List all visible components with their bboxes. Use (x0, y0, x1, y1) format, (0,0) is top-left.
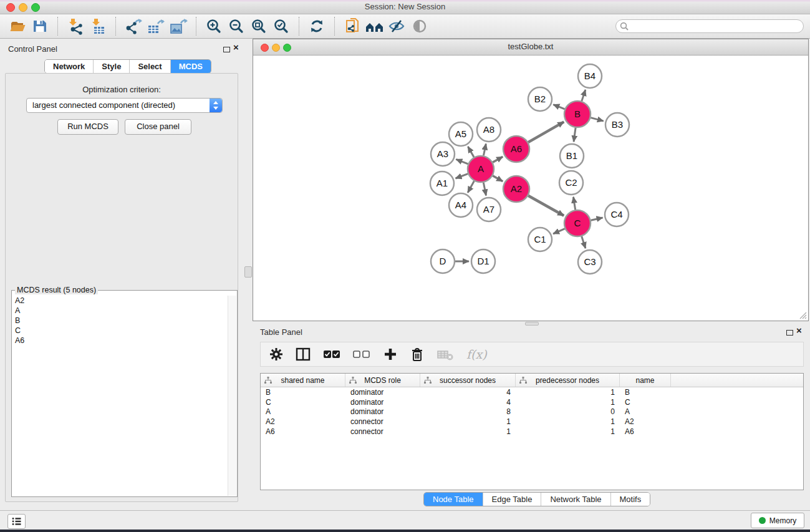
table-cell-mcds_role[interactable]: connector (345, 417, 420, 426)
zoom-window-button[interactable] (31, 3, 40, 12)
zoom-out-button[interactable] (225, 16, 248, 37)
close-panel-icon[interactable]: × (233, 42, 239, 52)
graph-edge-B-B3[interactable] (591, 118, 604, 121)
export-network-button[interactable] (122, 16, 145, 37)
table-cell-mcds_role[interactable]: dominator (345, 398, 420, 407)
table-cell-shared_name[interactable]: B (261, 388, 345, 397)
show-panel-list-button[interactable] (7, 514, 26, 529)
column-header-shared-name[interactable]: shared name (261, 374, 345, 387)
graph-edge-A-A6[interactable] (493, 157, 503, 162)
table-cell-predecessor_nodes[interactable]: 0 (516, 407, 620, 416)
table-options-gear-icon[interactable] (269, 347, 283, 361)
panel-divider-handle[interactable] (244, 266, 252, 278)
refresh-layout-button[interactable] (306, 16, 328, 37)
network-graph[interactable]: B4B2BB3A5A8A6A3AB1A1A2C2A4A7C4CC1C3DD1 (253, 56, 808, 321)
export-image-button[interactable] (167, 16, 190, 37)
table-cell-predecessor_nodes[interactable]: 1 (516, 417, 620, 426)
table-cell-successor_nodes[interactable]: 1 (420, 417, 516, 426)
column-header-name[interactable]: name (620, 374, 671, 387)
tab-style[interactable]: Style (93, 60, 129, 73)
run-mcds-button[interactable]: Run MCDS (57, 119, 118, 135)
criterion-select[interactable]: largest connected component (directed) (26, 98, 223, 113)
tab-network[interactable]: Network (45, 60, 93, 73)
graph-edge-A-A8[interactable] (483, 144, 486, 156)
table-cell-name[interactable]: A (620, 407, 671, 416)
duplicate-network-button[interactable] (341, 16, 364, 37)
tab-select[interactable]: Select (129, 60, 170, 73)
result-list-item[interactable]: A (12, 306, 228, 316)
tab-node-table[interactable]: Node Table (424, 493, 483, 506)
table-cell-successor_nodes[interactable]: 1 (420, 427, 516, 436)
first-neighbors-button[interactable] (364, 16, 386, 37)
graph-edge-A-A7[interactable] (483, 183, 486, 196)
network-zoom-button[interactable] (283, 44, 291, 52)
graph-edge-C-C4[interactable] (591, 218, 602, 220)
graph-edge-A-A5[interactable] (468, 147, 474, 157)
graph-edge-A-A1[interactable] (456, 174, 468, 178)
table-cell-mcds_role[interactable]: connector (345, 427, 420, 436)
open-session-button[interactable] (6, 16, 29, 37)
hide-graphics-details-button[interactable] (386, 16, 408, 37)
save-session-button[interactable] (29, 16, 51, 37)
table-row[interactable]: A6connector11A6 (261, 427, 803, 437)
graph-edge-C-C2[interactable] (573, 197, 575, 210)
table-row[interactable]: Cdominator41C (261, 397, 803, 407)
table-cell-successor_nodes[interactable]: 4 (420, 398, 516, 407)
network-close-button[interactable] (261, 44, 269, 52)
memory-button[interactable]: Memory (751, 513, 804, 528)
table-row[interactable]: A2connector11A2 (261, 417, 803, 427)
graph-edge-A-A4[interactable] (468, 181, 474, 193)
table-cell-name[interactable]: A6 (620, 427, 671, 436)
table-cell-shared_name[interactable]: A6 (261, 427, 345, 436)
import-table-button[interactable] (87, 16, 109, 37)
table-close-icon[interactable]: × (796, 325, 802, 336)
graph-edge-B-B1[interactable] (574, 128, 576, 142)
table-cell-mcds_role[interactable]: dominator (345, 388, 420, 397)
table-cell-shared_name[interactable]: A (261, 407, 345, 416)
minimize-window-button[interactable] (19, 3, 27, 12)
table-cell-shared_name[interactable]: C (261, 398, 345, 407)
tab-network-table[interactable]: Network Table (541, 493, 610, 506)
select-all-icon[interactable] (323, 349, 340, 359)
import-network-button[interactable] (64, 16, 87, 37)
mcds-result-list[interactable]: A2ABCA6 (12, 296, 228, 496)
window-resize-grip[interactable] (799, 311, 807, 319)
table-cell-mcds_role[interactable]: dominator (345, 407, 420, 416)
table-cell-name[interactable]: C (620, 398, 671, 407)
result-scrollbar[interactable] (228, 296, 236, 496)
export-table-button[interactable] (145, 16, 167, 37)
close-panel-button[interactable]: Close panel (125, 119, 191, 135)
table-cell-predecessor_nodes[interactable]: 1 (516, 388, 620, 397)
tab-motifs[interactable]: Motifs (610, 493, 650, 506)
tab-mcds[interactable]: MCDS (170, 60, 211, 73)
float-panel-icon[interactable] (223, 47, 230, 52)
close-window-button[interactable] (6, 3, 15, 12)
table-cell-shared_name[interactable]: A2 (261, 417, 345, 426)
show-graphics-details-button[interactable] (408, 16, 431, 37)
zoom-fit-button[interactable] (248, 16, 270, 37)
column-header-mcds-role[interactable]: MCDS role (345, 374, 420, 387)
table-cell-predecessor_nodes[interactable]: 1 (516, 427, 620, 436)
table-row[interactable]: Bdominator41B (261, 387, 803, 397)
table-cell-successor_nodes[interactable]: 4 (420, 388, 516, 397)
result-list-item[interactable]: B (12, 316, 228, 326)
search-input[interactable] (615, 19, 804, 33)
graph-edge-A-A3[interactable] (456, 159, 468, 164)
table-cell-successor_nodes[interactable]: 8 (420, 407, 516, 416)
deselect-all-icon[interactable] (353, 349, 370, 359)
graph-edge-B-B2[interactable] (553, 105, 564, 109)
result-list-item[interactable]: A2 (12, 296, 228, 306)
delete-table-icon[interactable] (436, 347, 454, 361)
graph-edge-A6-B[interactable] (528, 122, 564, 142)
result-list-item[interactable]: A6 (12, 336, 228, 346)
column-browser-icon[interactable] (296, 347, 311, 361)
horizontal-divider-handle[interactable] (525, 322, 539, 326)
table-float-icon[interactable] (786, 330, 793, 336)
graph-edge-C-C3[interactable] (582, 236, 586, 248)
table-cell-predecessor_nodes[interactable]: 1 (516, 398, 620, 407)
add-row-plus-icon[interactable] (383, 347, 398, 362)
zoom-in-button[interactable] (203, 16, 225, 37)
zoom-selected-button[interactable] (270, 16, 292, 37)
table-cell-name[interactable]: A2 (620, 417, 671, 426)
column-header-predecessor-nodes[interactable]: name predecessor nodes (516, 374, 620, 387)
